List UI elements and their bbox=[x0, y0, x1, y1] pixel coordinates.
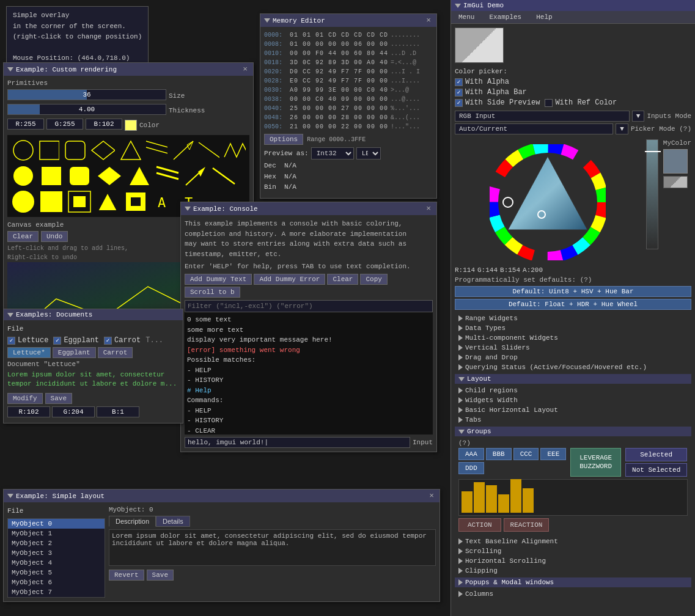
with-ref-color-checkbox[interactable]: With Ref Color bbox=[545, 98, 617, 107]
clear-button[interactable]: Clear bbox=[7, 231, 39, 242]
tree-scrolling[interactable]: Scrolling bbox=[455, 546, 691, 556]
layout-file-menu[interactable]: File bbox=[7, 506, 105, 516]
tree-drag-drop[interactable]: Drag and Drop bbox=[455, 353, 691, 362]
console-input-row: Input bbox=[185, 437, 433, 448]
console-titlebar[interactable]: Example: Console × bbox=[181, 202, 436, 215]
object-list[interactable]: MyObject 0 MyObject 1 MyObject 2 MyObjec… bbox=[7, 518, 105, 598]
obj-item-7[interactable]: MyObject 7 bbox=[8, 587, 105, 597]
bbb-btn[interactable]: BBB bbox=[486, 448, 512, 460]
console-input[interactable] bbox=[185, 437, 410, 448]
tree-columns[interactable]: Columns bbox=[455, 589, 691, 599]
docs-file-menu[interactable]: File bbox=[7, 324, 179, 334]
tree-horiz-scrolling[interactable]: Horizontal Scrolling bbox=[455, 556, 691, 566]
obj-item-1[interactable]: MyObject 1 bbox=[8, 529, 105, 538]
tree-child-regions[interactable]: Child regions bbox=[455, 386, 691, 395]
with-side-preview-checkbox[interactable]: With Side Preview bbox=[455, 98, 540, 107]
preview-type-select[interactable]: Int32 bbox=[311, 147, 354, 160]
object-details-container: MyObject: 0 Description Details Lorem ip… bbox=[109, 506, 436, 598]
obj-item-0[interactable]: MyObject 0 bbox=[8, 519, 105, 529]
menu-item-help[interactable]: Help bbox=[532, 12, 556, 22]
layout-section-header[interactable]: Layout bbox=[455, 374, 691, 384]
docs-title: Examples: Documents bbox=[16, 311, 92, 318]
eggplant-tab[interactable]: Eggplant bbox=[53, 347, 96, 358]
demo-collapse-icon bbox=[455, 4, 461, 8]
shape5 bbox=[123, 190, 148, 213]
custom-render-titlebar[interactable]: Example: Custom rendering × bbox=[4, 63, 253, 76]
tree-data-types[interactable]: Data Types bbox=[455, 323, 691, 333]
revert-btn[interactable]: Revert bbox=[109, 570, 144, 581]
carrot-checkbox[interactable]: Carrot bbox=[104, 336, 141, 345]
rgb-input-field[interactable]: RGB Input bbox=[455, 111, 630, 122]
mycolor-label: MyColor bbox=[663, 139, 691, 147]
obj-item-4[interactable]: MyObject 4 bbox=[8, 558, 105, 568]
obj-item-5[interactable]: MyObject 5 bbox=[8, 568, 105, 578]
tree-multi-component[interactable]: Multi-component Widgets bbox=[455, 333, 691, 343]
tree-widgets-width[interactable]: Widgets Width bbox=[455, 395, 691, 405]
picker-mode-dropdown[interactable]: ▼ bbox=[616, 123, 628, 134]
color-wheel[interactable] bbox=[490, 144, 606, 260]
description-tab[interactable]: Description bbox=[109, 516, 156, 527]
tree-vertical-sliders[interactable]: Vertical Sliders bbox=[455, 343, 691, 353]
output-line-8: Commands: bbox=[187, 395, 430, 406]
reaction-btn[interactable]: REACTION bbox=[504, 518, 550, 532]
rgb-dropdown-arrow[interactable]: ▼ bbox=[632, 111, 645, 122]
eee-btn[interactable]: EEE bbox=[540, 448, 566, 460]
lettuce-checkbox[interactable]: Lettuce bbox=[7, 336, 48, 345]
tree-text-baseline[interactable]: Text Baseline Alignment bbox=[455, 537, 691, 546]
scroll-to-bottom-btn[interactable]: Scroll to b bbox=[185, 287, 240, 298]
docs-titlebar[interactable]: Examples: Documents bbox=[4, 309, 183, 320]
with-alpha-check-icon bbox=[455, 78, 463, 86]
obj-item-3[interactable]: MyObject 3 bbox=[8, 548, 105, 558]
tree-tabs[interactable]: Tabs bbox=[455, 415, 691, 425]
size-row: 36 Size bbox=[7, 89, 249, 102]
layout-close-btn[interactable]: × bbox=[427, 491, 436, 501]
console-clear-btn[interactable]: Clear bbox=[327, 274, 358, 285]
obj-item-6[interactable]: MyObject 6 bbox=[8, 578, 105, 587]
memory-editor-close-btn[interactable]: × bbox=[424, 16, 433, 25]
with-alpha-checkbox[interactable]: With Alpha bbox=[455, 78, 509, 86]
console-filter-input[interactable] bbox=[185, 300, 433, 312]
alpha-bar[interactable] bbox=[646, 139, 658, 249]
eggplant-checkbox[interactable]: Eggplant bbox=[53, 336, 99, 345]
details-tab[interactable]: Details bbox=[156, 516, 190, 527]
console-close-btn[interactable]: × bbox=[424, 204, 433, 213]
modify-btn[interactable]: Modify bbox=[7, 393, 43, 404]
docs-save-btn[interactable]: Save bbox=[45, 393, 72, 404]
not-selected-btn[interactable]: Not Selected bbox=[625, 463, 687, 477]
menu-item-menu[interactable]: Menu bbox=[455, 12, 478, 22]
undo-button[interactable]: Undo bbox=[41, 231, 68, 242]
popups-section-header[interactable]: Popups & Modal windows bbox=[455, 578, 691, 587]
ddd-btn[interactable]: DDD bbox=[458, 462, 484, 474]
mycolor-section: MyColor bbox=[663, 139, 691, 188]
carrot-tab[interactable]: Carrot bbox=[98, 347, 133, 358]
tree-basic-horiz-layout[interactable]: Basic Horizontal Layout bbox=[455, 405, 691, 415]
aaa-btn[interactable]: AAA bbox=[458, 448, 484, 460]
action-btn[interactable]: ACTION bbox=[458, 518, 501, 532]
layout-save-btn[interactable]: Save bbox=[147, 570, 174, 581]
tree-range-widgets[interactable]: Range Widgets bbox=[455, 314, 691, 323]
custom-render-close-btn[interactable]: × bbox=[241, 65, 249, 74]
circle-outline bbox=[11, 139, 34, 162]
add-dummy-error-btn[interactable]: Add Dummy Error bbox=[254, 274, 325, 285]
groups-section-header[interactable]: Groups bbox=[455, 427, 691, 436]
default-btn-2[interactable]: Default: Float + HDR + Hue Wheel bbox=[455, 299, 691, 310]
selected-btn[interactable]: Selected bbox=[625, 448, 687, 461]
menu-item-examples[interactable]: Examples bbox=[485, 12, 525, 22]
default-btn-1[interactable]: Default: Uint8 + HSV + Hue Bar bbox=[455, 286, 691, 297]
obj-item-2[interactable]: MyObject 2 bbox=[8, 538, 105, 548]
ccc-btn[interactable]: CCC bbox=[513, 448, 539, 460]
svg-point-10 bbox=[13, 166, 33, 186]
add-dummy-text-btn[interactable]: Add Dummy Text bbox=[185, 274, 252, 285]
console-copy-btn[interactable]: Copy bbox=[360, 274, 387, 285]
leverage-btn[interactable]: LEVERAGEBUZZWORD bbox=[570, 448, 621, 477]
with-alpha-bar-checkbox[interactable]: With Alpha Bar bbox=[455, 88, 527, 97]
mem-row-9: 0048: 26 00 00 00 28 00 00 00 &...(... bbox=[264, 113, 433, 122]
picker-mode-field[interactable]: Auto/Current bbox=[455, 123, 613, 134]
memory-editor-titlebar[interactable]: Memory Editor × bbox=[260, 14, 436, 27]
layout-titlebar[interactable]: Example: Simple layout × bbox=[4, 490, 439, 502]
tree-querying-status[interactable]: Querying Status (Active/Focused/Hovered … bbox=[455, 362, 691, 372]
tree-clipping[interactable]: Clipping bbox=[455, 566, 691, 576]
lettuce-tab[interactable]: Lettuce* bbox=[7, 347, 51, 358]
mem-options-btn[interactable]: Options bbox=[264, 134, 303, 145]
endian-select[interactable]: LE bbox=[356, 147, 381, 160]
